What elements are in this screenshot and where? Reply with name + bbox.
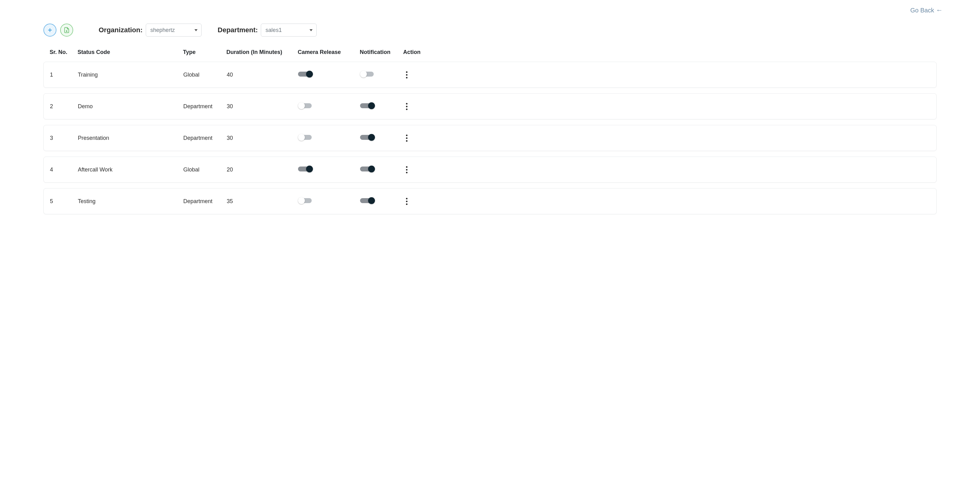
dots-icon	[406, 135, 407, 136]
arrow-left-icon: ←	[936, 6, 943, 14]
col-action: Action	[403, 49, 434, 56]
col-duration: Duration (In Minutes)	[226, 49, 298, 56]
action-menu-button[interactable]	[404, 101, 410, 112]
cell-notification	[360, 134, 404, 142]
camera-release-toggle-knob	[306, 71, 313, 78]
cell-sr-no: 3	[50, 135, 78, 141]
organization-label: Organization:	[99, 26, 143, 34]
camera-release-toggle-knob	[298, 102, 305, 109]
cell-action	[404, 196, 434, 207]
cell-duration: 30	[227, 135, 298, 141]
dots-icon	[406, 203, 407, 205]
cell-status-code: Training	[78, 72, 183, 78]
camera-release-toggle[interactable]	[298, 71, 313, 78]
cell-status-code: Testing	[78, 198, 183, 205]
cell-action	[404, 101, 434, 112]
cell-type: Department	[183, 103, 227, 110]
cell-type: Department	[183, 135, 227, 141]
notification-toggle-knob	[368, 102, 375, 109]
cell-type: Global	[183, 72, 227, 78]
export-button[interactable]	[60, 24, 73, 37]
camera-release-toggle[interactable]	[298, 197, 313, 204]
notification-toggle[interactable]	[360, 71, 375, 78]
dots-icon	[406, 77, 407, 78]
dots-icon	[406, 140, 407, 142]
table-row: 4Aftercall WorkGlobal20	[43, 157, 937, 183]
cell-status-code: Presentation	[78, 135, 183, 141]
add-button[interactable]	[43, 24, 56, 37]
dots-icon	[406, 72, 407, 73]
dots-icon	[406, 137, 407, 139]
go-back-link[interactable]: Go Back ←	[910, 6, 943, 14]
go-back-label: Go Back	[910, 7, 934, 14]
action-menu-button[interactable]	[404, 164, 410, 175]
dots-icon	[406, 74, 407, 76]
cell-camera-release	[298, 102, 360, 111]
cell-sr-no: 5	[50, 198, 78, 205]
camera-release-toggle[interactable]	[298, 134, 313, 141]
cell-duration: 35	[227, 198, 298, 205]
dots-icon	[406, 198, 407, 199]
table-row: 5TestingDepartment35	[43, 188, 937, 214]
cell-duration: 30	[227, 103, 298, 110]
action-menu-button[interactable]	[404, 70, 410, 80]
cell-action	[404, 70, 434, 80]
department-select[interactable]: sales1	[261, 24, 317, 37]
camera-release-toggle-knob	[298, 197, 305, 204]
notification-toggle-knob	[368, 197, 375, 204]
cell-duration: 20	[227, 167, 298, 173]
cell-notification	[360, 165, 404, 174]
dots-icon	[406, 200, 407, 202]
cell-sr-no: 4	[50, 167, 78, 173]
table-row: 3PresentationDepartment30	[43, 125, 937, 151]
table-header: Sr. No. Status Code Type Duration (In Mi…	[43, 49, 937, 62]
organization-select[interactable]: shephertz	[146, 24, 202, 37]
action-menu-button[interactable]	[404, 196, 410, 207]
cell-notification	[360, 197, 404, 206]
cell-duration: 40	[227, 72, 298, 78]
cell-camera-release	[298, 134, 360, 142]
notification-toggle-knob	[368, 134, 375, 141]
table-row: 1TrainingGlobal40	[43, 62, 937, 88]
table-row: 2DemoDepartment30	[43, 93, 937, 119]
camera-release-toggle-knob	[306, 165, 313, 172]
cell-camera-release	[298, 197, 360, 206]
department-label: Department:	[218, 26, 258, 34]
cell-notification	[360, 102, 404, 111]
cell-status-code: Demo	[78, 103, 183, 110]
col-sr-no: Sr. No.	[49, 49, 78, 56]
col-camera-release: Camera Release	[298, 49, 360, 56]
cell-action	[404, 164, 434, 175]
notification-toggle[interactable]	[360, 102, 375, 109]
cell-type: Global	[183, 167, 227, 173]
plus-icon	[47, 27, 53, 33]
export-icon	[64, 27, 70, 33]
col-status-code: Status Code	[78, 49, 183, 56]
notification-toggle-knob	[360, 71, 367, 78]
notification-toggle-knob	[368, 165, 375, 172]
camera-release-toggle-knob	[298, 134, 305, 141]
camera-release-toggle[interactable]	[298, 102, 313, 109]
cell-action	[404, 133, 434, 143]
camera-release-toggle[interactable]	[298, 165, 313, 172]
action-menu-button[interactable]	[404, 133, 410, 143]
col-notification: Notification	[360, 49, 403, 56]
cell-notification	[360, 71, 404, 79]
cell-sr-no: 1	[50, 72, 78, 78]
cell-camera-release	[298, 71, 360, 79]
dots-icon	[406, 169, 407, 170]
cell-sr-no: 2	[50, 103, 78, 110]
dots-icon	[406, 106, 407, 107]
dots-icon	[406, 103, 407, 105]
cell-type: Department	[183, 198, 227, 205]
dots-icon	[406, 166, 407, 168]
dots-icon	[406, 172, 407, 173]
notification-toggle[interactable]	[360, 134, 375, 141]
cell-status-code: Aftercall Work	[78, 167, 183, 173]
notification-toggle[interactable]	[360, 197, 375, 204]
col-type: Type	[183, 49, 226, 56]
cell-camera-release	[298, 165, 360, 174]
dots-icon	[406, 108, 407, 110]
notification-toggle[interactable]	[360, 165, 375, 172]
